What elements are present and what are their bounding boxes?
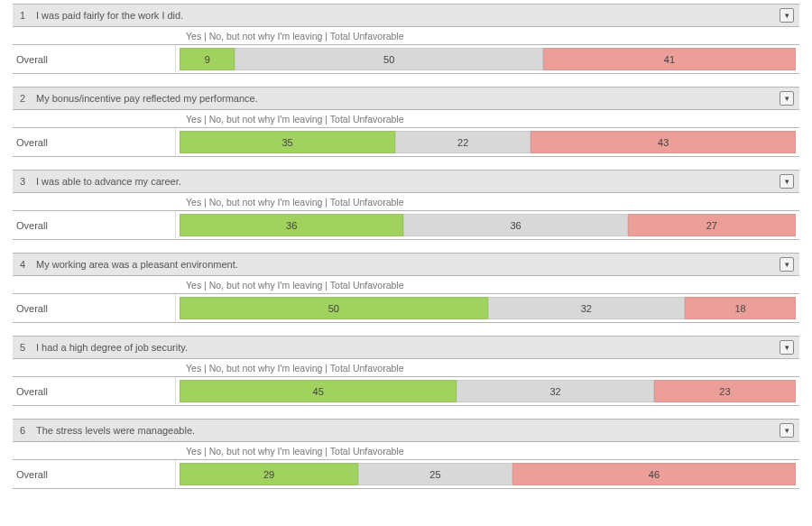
- bar-area: 363627: [175, 211, 799, 239]
- data-row: Overall503218: [13, 294, 799, 323]
- chevron-down-icon: ▾: [785, 177, 789, 186]
- legend-spacer: [13, 27, 175, 44]
- legend-row: Yes | No, but not why I'm leaving | Tota…: [13, 359, 799, 377]
- segment-unfavorable: 43: [531, 131, 796, 153]
- question-header: 2My bonus/incentive pay reflected my per…: [13, 87, 799, 110]
- stacked-bar: 352243: [180, 131, 796, 153]
- expand-button[interactable]: ▾: [780, 257, 794, 272]
- question-text: The stress levels were manageable.: [36, 425, 780, 436]
- question-header: 5I had a high degree of job security.▾: [13, 336, 799, 359]
- question-number: 1: [20, 10, 36, 21]
- bar-area: 95041: [175, 45, 799, 73]
- question-block: 2My bonus/incentive pay reflected my per…: [13, 87, 799, 157]
- legend-text: Yes | No, but not why I'm leaving | Tota…: [175, 31, 404, 42]
- row-label: Overall: [13, 294, 175, 322]
- bar-area: 292546: [175, 460, 799, 488]
- expand-button[interactable]: ▾: [780, 174, 794, 189]
- chevron-down-icon: ▾: [785, 260, 789, 269]
- row-label: Overall: [13, 45, 175, 73]
- question-text: I was able to advance my career.: [36, 176, 780, 187]
- segment-unfavorable: 27: [628, 214, 796, 236]
- data-row: Overall363627: [13, 211, 799, 240]
- legend-text: Yes | No, but not why I'm leaving | Tota…: [175, 280, 404, 291]
- segment-unfavorable: 41: [543, 48, 796, 70]
- stacked-bar: 292546: [180, 463, 796, 485]
- question-block: 1I was paid fairly for the work I did.▾Y…: [13, 4, 799, 74]
- expand-button[interactable]: ▾: [780, 91, 794, 106]
- legend-spacer: [13, 276, 175, 293]
- segment-unfavorable: 46: [512, 463, 796, 485]
- question-number: 3: [20, 176, 36, 187]
- stacked-bar: 95041: [180, 48, 796, 70]
- expand-button[interactable]: ▾: [780, 340, 794, 355]
- stacked-bar: 503218: [180, 297, 796, 319]
- legend-row: Yes | No, but not why I'm leaving | Tota…: [13, 276, 799, 294]
- data-row: Overall292546: [13, 460, 799, 489]
- row-label: Overall: [13, 460, 175, 488]
- question-header: 1I was paid fairly for the work I did.▾: [13, 4, 799, 27]
- question-number: 4: [20, 259, 36, 270]
- question-block: 3I was able to advance my career.▾Yes | …: [13, 170, 799, 240]
- legend-text: Yes | No, but not why I'm leaving | Tota…: [175, 114, 404, 125]
- segment-neutral: 32: [457, 380, 654, 402]
- segment-neutral: 36: [403, 214, 627, 236]
- legend-spacer: [13, 442, 175, 459]
- segment-neutral: 50: [235, 48, 543, 70]
- question-text: My working area was a pleasant environme…: [36, 259, 780, 270]
- legend-spacer: [13, 359, 175, 376]
- expand-button[interactable]: ▾: [780, 423, 794, 438]
- expand-button[interactable]: ▾: [780, 8, 794, 23]
- segment-unfavorable: 23: [654, 380, 796, 402]
- segment-yes: 35: [180, 131, 395, 153]
- chevron-down-icon: ▾: [785, 343, 789, 352]
- segment-neutral: 25: [358, 463, 512, 485]
- segment-neutral: 32: [488, 297, 686, 319]
- segment-yes: 36: [180, 214, 403, 236]
- question-text: My bonus/incentive pay reflected my perf…: [36, 93, 780, 104]
- chevron-down-icon: ▾: [785, 426, 789, 435]
- question-header: 4My working area was a pleasant environm…: [13, 253, 799, 276]
- legend-text: Yes | No, but not why I'm leaving | Tota…: [175, 446, 404, 457]
- segment-yes: 9: [180, 48, 235, 70]
- legend-text: Yes | No, but not why I'm leaving | Tota…: [175, 197, 404, 208]
- legend-row: Yes | No, but not why I'm leaving | Tota…: [13, 193, 799, 211]
- segment-yes: 45: [180, 380, 457, 402]
- chevron-down-icon: ▾: [785, 11, 789, 20]
- chevron-down-icon: ▾: [785, 94, 789, 103]
- bar-area: 453223: [175, 377, 799, 405]
- row-label: Overall: [13, 211, 175, 239]
- stacked-bar: 363627: [180, 214, 796, 236]
- legend-row: Yes | No, but not why I'm leaving | Tota…: [13, 110, 799, 128]
- data-row: Overall95041: [13, 45, 799, 74]
- question-header: 3I was able to advance my career.▾: [13, 170, 799, 193]
- row-label: Overall: [13, 377, 175, 405]
- question-number: 6: [20, 425, 36, 436]
- segment-unfavorable: 18: [685, 297, 796, 319]
- question-header: 6The stress levels were manageable.▾: [13, 419, 799, 442]
- data-row: Overall453223: [13, 377, 799, 406]
- question-number: 2: [20, 93, 36, 104]
- question-number: 5: [20, 342, 36, 353]
- segment-yes: 29: [180, 463, 358, 485]
- legend-spacer: [13, 110, 175, 127]
- segment-neutral: 22: [395, 131, 531, 153]
- legend-spacer: [13, 193, 175, 210]
- stacked-bar: 453223: [180, 380, 796, 402]
- legend-row: Yes | No, but not why I'm leaving | Tota…: [13, 442, 799, 460]
- question-text: I was paid fairly for the work I did.: [36, 10, 780, 21]
- legend-text: Yes | No, but not why I'm leaving | Tota…: [175, 363, 404, 374]
- row-label: Overall: [13, 128, 175, 156]
- data-row: Overall352243: [13, 128, 799, 157]
- question-block: 6The stress levels were manageable.▾Yes …: [13, 419, 799, 489]
- question-text: I had a high degree of job security.: [36, 342, 780, 353]
- bar-area: 352243: [175, 128, 799, 156]
- question-block: 4My working area was a pleasant environm…: [13, 253, 799, 323]
- segment-yes: 50: [180, 297, 488, 319]
- question-block: 5I had a high degree of job security.▾Ye…: [13, 336, 799, 406]
- bar-area: 503218: [175, 294, 799, 322]
- legend-row: Yes | No, but not why I'm leaving | Tota…: [13, 27, 799, 45]
